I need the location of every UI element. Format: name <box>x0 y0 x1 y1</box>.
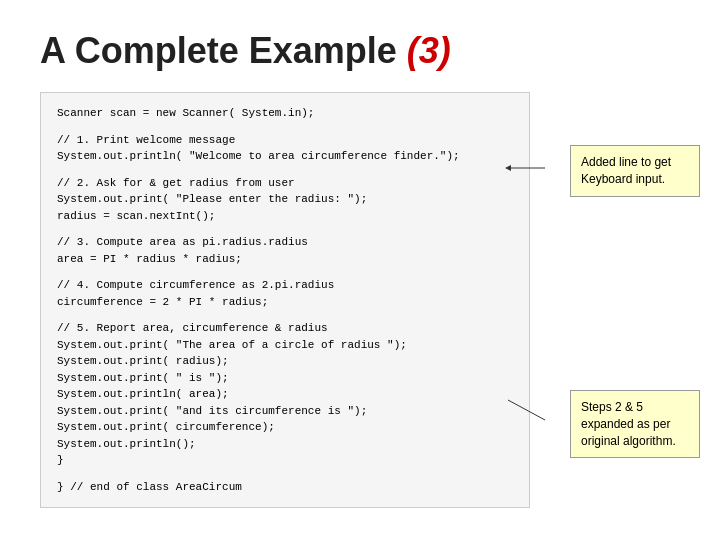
code-line: System.out.println( area); <box>57 386 513 403</box>
slide-container: A Complete Example (3) Scanner scan = ne… <box>0 0 720 540</box>
code-line <box>57 224 513 234</box>
code-line: radius = scan.nextInt(); <box>57 208 513 225</box>
code-line: } // end of class AreaCircum <box>57 479 513 496</box>
code-line: area = PI * radius * radius; <box>57 251 513 268</box>
code-line <box>57 165 513 175</box>
code-block: Scanner scan = new Scanner( System.in); … <box>40 92 530 508</box>
code-line <box>57 267 513 277</box>
annotation-keyboard-input: Added line to get Keyboard input. <box>570 145 700 197</box>
code-line: // 4. Compute circumference as 2.pi.radi… <box>57 277 513 294</box>
code-line <box>57 469 513 479</box>
code-line: System.out.print( "The area of a circle … <box>57 337 513 354</box>
annotation2-text: Steps 2 & 5 expanded as per original alg… <box>581 400 676 448</box>
code-line: // 1. Print welcome message <box>57 132 513 149</box>
code-line: // 5. Report area, circumference & radiu… <box>57 320 513 337</box>
annotation1-text: Added line to get Keyboard input. <box>581 155 671 186</box>
code-line: System.out.print( "Please enter the radi… <box>57 191 513 208</box>
code-line: } <box>57 452 513 469</box>
title-suffix: (3) <box>407 30 451 71</box>
annotation-steps-expanded: Steps 2 & 5 expanded as per original alg… <box>570 390 700 458</box>
code-line: System.out.print( radius); <box>57 353 513 370</box>
code-line: Scanner scan = new Scanner( System.in); <box>57 105 513 122</box>
code-line: System.out.println(); <box>57 436 513 453</box>
code-line: // 2. Ask for & get radius from user <box>57 175 513 192</box>
code-line: System.out.print( "and its circumference… <box>57 403 513 420</box>
code-line: System.out.println( "Welcome to area cir… <box>57 148 513 165</box>
code-line: System.out.print( circumference); <box>57 419 513 436</box>
title-text: A Complete Example <box>40 30 397 71</box>
code-line: circumference = 2 * PI * radius; <box>57 294 513 311</box>
slide-title: A Complete Example (3) <box>40 30 680 72</box>
code-line: System.out.print( " is "); <box>57 370 513 387</box>
code-line: // 3. Compute area as pi.radius.radius <box>57 234 513 251</box>
code-line <box>57 310 513 320</box>
code-line <box>57 122 513 132</box>
